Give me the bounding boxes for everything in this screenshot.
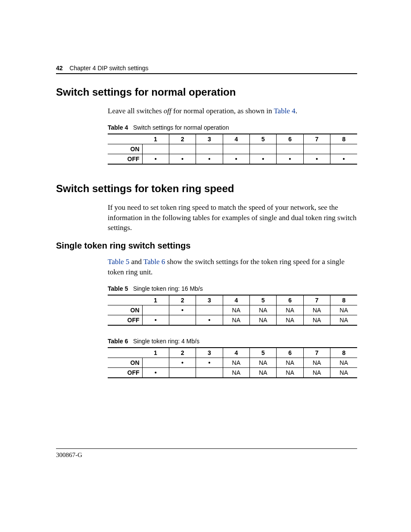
table-row: OFF • • • • • • • •: [108, 154, 357, 164]
table-row: 1 2 3 4 5 6 7 8: [108, 348, 357, 358]
table6: 1 2 3 4 5 6 7 8 ON • • NA NA NA NA NA: [108, 347, 357, 378]
chapter-label: Chapter 4 DIP switch settings: [69, 65, 148, 72]
table-row: 1 2 3 4 5 6 7 8: [108, 295, 357, 305]
doc-id: 300867-G: [56, 451, 82, 458]
table6-caption: Table 6 Single token ring: 4 Mb/s: [108, 338, 357, 345]
page-number: 42: [56, 65, 63, 72]
table5: 1 2 3 4 5 6 7 8 ON • NA NA NA NA NA: [108, 295, 357, 326]
table-row: OFF • • NA NA NA NA NA: [108, 315, 357, 325]
heading-1: Switch settings for normal operation: [56, 86, 357, 98]
table-row: ON • NA NA NA NA NA: [108, 305, 357, 315]
heading-2: Switch settings for token ring speed: [56, 183, 357, 195]
link-table5[interactable]: Table 5: [108, 258, 129, 266]
table5-caption: Table 5 Single token ring: 16 Mb/s: [108, 285, 357, 292]
heading-3: Single token ring switch settings: [56, 241, 357, 251]
paragraph: Leave all switches off for normal operat…: [108, 106, 357, 116]
table-row: 1 2 3 4 5 6 7 8: [108, 134, 357, 144]
table-row: ON: [108, 144, 357, 154]
paragraph: If you need to set token ring speed to m…: [108, 202, 357, 233]
table-row: ON • • NA NA NA NA NA: [108, 358, 357, 367]
table4: 1 2 3 4 5 6 7 8 ON: [108, 134, 357, 165]
table4-caption: Table 4 Switch settings for normal opera…: [108, 124, 357, 131]
paragraph: Table 5 and Table 6 show the switch sett…: [108, 257, 357, 277]
link-table4[interactable]: Table 4: [274, 107, 295, 115]
footer: 300867-G: [56, 448, 357, 459]
running-header: 42 Chapter 4 DIP switch settings: [56, 65, 357, 74]
link-table6[interactable]: Table 6: [143, 258, 165, 266]
table-row: OFF • NA NA NA NA NA: [108, 367, 357, 378]
